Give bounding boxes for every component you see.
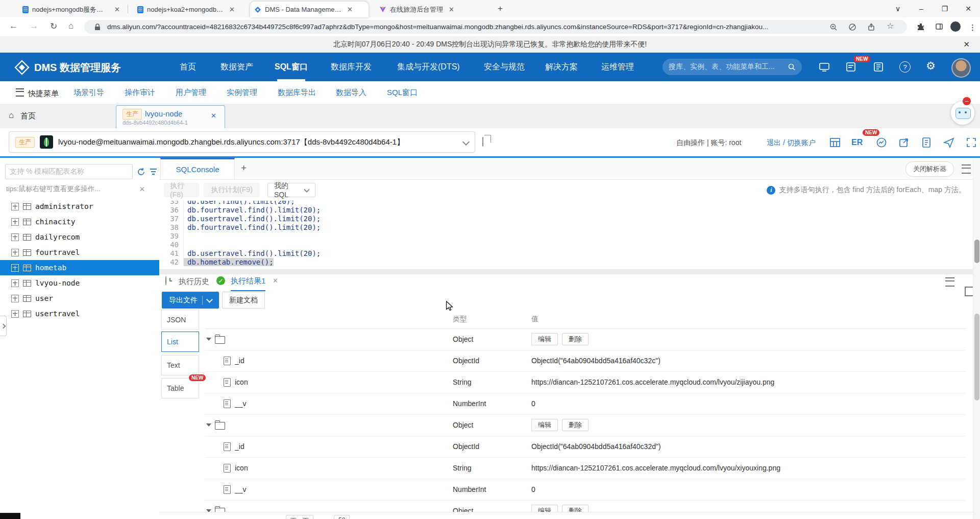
docs-book-icon[interactable] xyxy=(873,61,884,73)
browser-tab-active[interactable]: DMS - Data Management Serv ✕ xyxy=(250,2,369,17)
result-tab-1[interactable]: 执行结果1 xyxy=(231,276,265,291)
expand-plus-icon[interactable] xyxy=(11,279,19,287)
sql-editor[interactable]: 35db.user.find().limit(20); 36db.fourtra… xyxy=(159,201,973,269)
results-menu-icon[interactable] xyxy=(945,277,954,287)
home-crumb-label[interactable]: 首页 xyxy=(20,111,36,121)
results-scrollbar-thumb[interactable] xyxy=(974,314,979,400)
nav-dts[interactable]: 集成与开发(DTS) xyxy=(397,53,460,81)
field-row[interactable]: icon String https://diancan-1252107261.c… xyxy=(205,457,966,479)
export-file-button[interactable]: 导出文件 xyxy=(162,292,219,309)
url-text[interactable]: dms.aliyun.com/?accounttraceid=48216832c… xyxy=(107,23,812,31)
editor-scrollbar-thumb[interactable] xyxy=(974,240,979,263)
expand-plus-icon[interactable] xyxy=(11,249,19,256)
nav-security[interactable]: 安全与规范 xyxy=(484,53,525,81)
nav-sql-window[interactable]: SQL窗口 xyxy=(275,53,308,81)
translate-icon[interactable] xyxy=(848,23,856,31)
format-tab-list-active[interactable]: List xyxy=(161,332,199,352)
brand-logo[interactable]: DMS 数据管理服务 xyxy=(14,60,121,75)
delete-button[interactable]: 删除 xyxy=(562,333,589,345)
close-parser-button[interactable]: 关闭解析器 xyxy=(905,161,954,177)
format-tab-table[interactable]: Table xyxy=(161,378,199,398)
subnav-scene-guide[interactable]: 场景引导 xyxy=(74,88,104,98)
nav-home[interactable]: 首页 xyxy=(180,53,196,81)
workspace-tab-close-icon[interactable]: ✕ xyxy=(211,112,216,120)
profile-avatar-icon[interactable] xyxy=(950,21,961,32)
tab-close-icon[interactable]: ✕ xyxy=(229,6,235,13)
subnav-sql-window[interactable]: SQL窗口 xyxy=(387,88,418,98)
splitter[interactable] xyxy=(159,269,973,274)
nav-db-dev[interactable]: 数据库开发 xyxy=(331,53,372,81)
field-row[interactable]: _id ObjectId ObjectId("64ab0904bdd5a416a… xyxy=(205,350,966,372)
edit-button[interactable]: 编辑 xyxy=(531,333,558,345)
sidebar-panel-icon[interactable] xyxy=(935,22,943,31)
tab-close-icon[interactable]: ✕ xyxy=(114,6,120,13)
zoom-icon[interactable] xyxy=(829,23,838,31)
explain-button[interactable]: 执行计划(F9) xyxy=(204,183,260,197)
execution-history-tab[interactable]: 执行历史 xyxy=(179,277,209,287)
tree-item-administrator[interactable]: administrator xyxy=(0,199,159,214)
export-link-icon[interactable] xyxy=(898,137,910,148)
home-icon[interactable]: ⌂ xyxy=(68,21,74,31)
window-close-button[interactable]: ✕ xyxy=(957,0,980,17)
logout-switch-link[interactable]: 退出 / 切换账户 xyxy=(767,138,816,148)
extensions-puzzle-icon[interactable] xyxy=(917,22,925,31)
field-row[interactable]: icon String https://diancan-1252107261.c… xyxy=(205,371,966,393)
delete-button[interactable]: 删除 xyxy=(562,419,589,431)
console-monitor-icon[interactable] xyxy=(819,61,830,73)
global-search-input[interactable]: 搜库、实例、表、功能菜单和工... xyxy=(663,59,802,75)
tree-item-hometab-selected[interactable]: hometab xyxy=(0,260,159,275)
tree-item-dailyrecom[interactable]: dailyrecom xyxy=(0,229,159,245)
copy-icon[interactable] xyxy=(482,137,483,147)
execute-button[interactable]: 执行(F8) xyxy=(164,183,199,197)
format-tab-json[interactable]: JSON xyxy=(161,310,199,330)
chevron-down-icon[interactable] xyxy=(462,138,470,146)
field-row[interactable]: _id ObjectId ObjectId("64ab0904bdd5a416a… xyxy=(205,436,966,458)
connection-selector[interactable]: 生产 lvyou-node@meituanwaimai.mongodb.zhan… xyxy=(9,131,475,153)
expand-plus-icon[interactable] xyxy=(11,295,19,302)
user-avatar[interactable] xyxy=(951,58,971,78)
subnav-audit[interactable]: 操作审计 xyxy=(125,88,155,98)
subnav-user-mgmt[interactable]: 用户管理 xyxy=(176,88,206,98)
notice-close-icon[interactable]: ✕ xyxy=(963,40,970,49)
settings-gear-icon[interactable]: ⚙ xyxy=(926,60,936,72)
next-page-button[interactable]: 下一页 xyxy=(286,515,313,519)
add-console-tab-button[interactable]: + xyxy=(241,162,247,174)
collapse-triangle-icon[interactable] xyxy=(206,338,211,341)
subnav-db-export[interactable]: 数据库导出 xyxy=(278,88,316,98)
er-diagram-button[interactable]: ER xyxy=(851,138,863,147)
tab-close-icon[interactable]: ✕ xyxy=(449,6,454,13)
fullscreen-icon[interactable] xyxy=(966,137,977,148)
expand-plus-icon[interactable] xyxy=(11,203,19,210)
tree-item-chinacity[interactable]: chinacity xyxy=(0,214,159,229)
tree-item-user[interactable]: user xyxy=(0,291,159,306)
browser-tab-4[interactable]: 在线旅游后台管理 ✕ xyxy=(375,2,491,17)
browser-tab-1[interactable]: nodejs+mongodb服务器端课程 ✕ xyxy=(18,2,129,17)
browser-tab-2[interactable]: nodejs+koa2+mongodb服务器 ✕ xyxy=(133,2,243,17)
nav-ops[interactable]: 运维管理 xyxy=(601,53,634,81)
tab-close-icon[interactable]: ✕ xyxy=(347,6,353,13)
share-icon[interactable] xyxy=(867,23,875,31)
home-icon[interactable]: ⌂ xyxy=(9,110,14,121)
new-document-button[interactable]: 新建文档 xyxy=(222,292,265,309)
tree-item-lvyou-node[interactable]: lvyou-node xyxy=(0,275,159,291)
nav-data-assets[interactable]: 数据资产 xyxy=(220,53,253,81)
window-restore-button[interactable]: ❐ xyxy=(933,0,957,17)
tree-item-fourtravel[interactable]: fourtravel xyxy=(0,245,159,260)
edit-button[interactable]: 编辑 xyxy=(531,419,558,431)
tab-search-chevron[interactable]: ∨ xyxy=(886,0,910,17)
document-list-icon[interactable] xyxy=(921,137,932,148)
send-plane-icon[interactable] xyxy=(943,137,954,148)
expand-plus-icon[interactable] xyxy=(11,264,19,272)
table-search-input[interactable]: 支持 % 模糊匹配表名称 xyxy=(5,164,133,179)
object-row[interactable]: Object 编辑删除 xyxy=(205,328,966,350)
tree-item-usertravel[interactable]: usertravel xyxy=(0,306,159,321)
field-row[interactable]: __v NumberInt 0 xyxy=(205,393,966,415)
result-tab-close-icon[interactable]: ✕ xyxy=(273,277,278,285)
expand-plus-icon[interactable] xyxy=(11,310,19,318)
console-menu-icon[interactable] xyxy=(962,164,971,174)
collapse-triangle-icon[interactable] xyxy=(206,423,211,427)
new-tab-button[interactable]: + xyxy=(498,4,503,14)
table-grid-icon[interactable] xyxy=(829,137,841,148)
quick-menu-item[interactable]: 快捷菜单 xyxy=(16,88,59,99)
task-calendar-icon[interactable] xyxy=(845,61,856,73)
